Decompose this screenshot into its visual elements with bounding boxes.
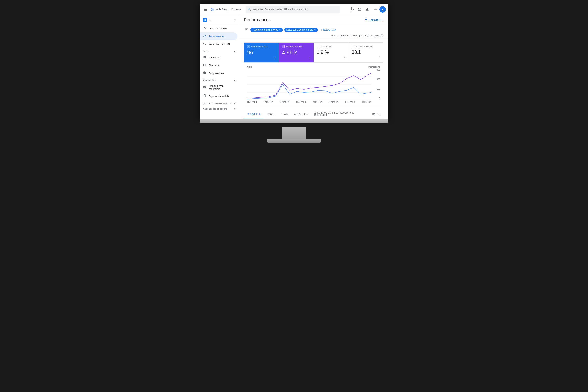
- apps-button[interactable]: [372, 6, 379, 13]
- search-icon: 🔍: [248, 8, 251, 11]
- sidebar-section-index: Index ∧: [200, 48, 239, 54]
- notifications-button[interactable]: [364, 6, 371, 13]
- index-chevron-icon[interactable]: ∧: [234, 50, 236, 53]
- sidebar-item-couverture[interactable]: Couverture: [200, 54, 237, 61]
- app-logo: G oogle Search Console: [210, 7, 241, 12]
- sidebar: C C... ▾ Vue d'ensemble Performances: [200, 15, 239, 119]
- search-bar: 🔍: [246, 6, 340, 13]
- new-filter-button[interactable]: + NOUVEAU: [319, 28, 337, 32]
- sidebar-item-sitemaps[interactable]: Sitemaps: [200, 61, 237, 69]
- update-help-icon[interactable]: ?: [381, 34, 384, 37]
- metric-help-ctr: ?: [317, 56, 345, 59]
- topbar: ☰ G oogle Search Console 🔍 ?: [200, 4, 388, 15]
- tab-appareils[interactable]: APPAREILS: [291, 110, 311, 118]
- sidebar-item-performances[interactable]: Performances: [200, 32, 237, 40]
- tab-bar: REQUÊTES PAGES PAYS APPAREILS APPARENCE …: [244, 110, 384, 119]
- x-label-5: 28/02/2021: [329, 101, 339, 103]
- screen: ☰ G oogle Search Console 🔍 ?: [200, 4, 388, 119]
- monitor-bezel: [200, 119, 388, 123]
- filter-chip-date[interactable]: Date: Les 3 derniers mois ✏: [284, 28, 318, 32]
- metric-card-position[interactable]: Position moyenne 38,1 ?: [348, 42, 383, 62]
- y-axis-300: 300: [377, 78, 380, 80]
- sidebar-section-anciens[interactable]: Anciens outils et rapports ∨: [200, 106, 239, 111]
- x-label-4: 24/02/2021: [312, 101, 322, 103]
- sidebar-item-ergonomie[interactable]: Ergonomie mobile: [200, 92, 237, 100]
- metric-help-position: ?: [352, 56, 380, 59]
- users-button[interactable]: [356, 6, 363, 13]
- logo-g: G: [210, 7, 214, 12]
- tab-pays[interactable]: PAYS: [278, 110, 291, 118]
- tab-pages[interactable]: PAGES: [264, 110, 278, 118]
- content-area: Performances EXPORTER Type de recherche:…: [239, 15, 388, 119]
- metric-checkbox-clics[interactable]: ✓: [247, 45, 250, 48]
- monitor-stand-top: [282, 127, 306, 139]
- user-avatar[interactable]: a: [380, 6, 386, 12]
- chip-edit-icon-0: ✏: [279, 28, 281, 31]
- chart-right-label: Impressions: [368, 66, 380, 68]
- x-label-3: 20/02/2021: [296, 101, 306, 103]
- y-axis-150: 150: [377, 88, 380, 90]
- sidebar-item-url-inspection[interactable]: Inspection de l'URL: [200, 40, 237, 48]
- x-label-7: 08/03/2021: [362, 101, 372, 103]
- filter-chip-search-type[interactable]: Type de recherche: Web ✏: [250, 28, 283, 32]
- help-button[interactable]: ?: [348, 6, 355, 13]
- metric-card-ctr[interactable]: CTR moyen 1,9 % ?: [314, 42, 349, 62]
- metric-checkbox-impressions[interactable]: ✓: [282, 45, 284, 48]
- metric-checkbox-ctr[interactable]: [317, 45, 320, 48]
- tab-dates[interactable]: DATES: [369, 110, 384, 118]
- sidebar-item-suppressions[interactable]: Suppressions: [200, 69, 237, 77]
- chip-edit-icon-1: ✏: [314, 28, 316, 31]
- sidebar-section-securite[interactable]: Sécurité et actions manuelles ∨: [200, 100, 239, 106]
- x-label-0: 08/02/2021: [247, 101, 257, 103]
- x-label-1: 12/02/2021: [264, 101, 273, 103]
- monitor-wrapper: ☰ G oogle Search Console 🔍 ?: [200, 4, 388, 143]
- monitor-stand-base: [266, 139, 322, 143]
- home-icon: [203, 26, 206, 30]
- anciens-chevron-icon[interactable]: ∨: [234, 107, 236, 110]
- sidebar-item-overview[interactable]: Vue d'ensemble: [200, 24, 237, 32]
- export-button[interactable]: EXPORTER: [364, 18, 384, 21]
- y-axis-450: 450: [377, 69, 380, 71]
- sidebar-label-sitemaps: Sitemaps: [208, 64, 219, 67]
- sidebar-label-signaux: Signaux Web essentiels: [208, 84, 234, 90]
- sidebar-item-signaux[interactable]: Signaux Web essentiels: [200, 82, 237, 92]
- metric-help-clics: ?: [247, 56, 276, 60]
- property-icon: C: [203, 18, 207, 22]
- x-label-2: 16/02/2021: [280, 101, 290, 103]
- tab-requetes[interactable]: REQUÊTES: [244, 110, 264, 118]
- property-chevron-icon: ▾: [234, 18, 236, 22]
- x-label-6: 04/03/2021: [345, 101, 355, 103]
- ameliorations-chevron-icon[interactable]: ∧: [234, 78, 236, 82]
- update-info: Date de la dernière mise à jour : il y a…: [331, 34, 384, 37]
- chart-area: Clics Impressions: [244, 62, 384, 106]
- search-nav-icon: [203, 42, 206, 46]
- filters-bar: Type de recherche: Web ✏ Date: Les 3 der…: [239, 25, 388, 39]
- y-axis-0: 0: [379, 97, 380, 99]
- search-input[interactable]: [246, 6, 340, 13]
- sidebar-label-suppressions: Suppressions: [208, 72, 224, 75]
- performances-icon: [203, 34, 206, 38]
- ergonomie-icon: [203, 94, 206, 98]
- metrics-row: ✓ Nombre total de c... 96 ? ✓ Nombre tot…: [244, 42, 384, 62]
- metric-card-impressions[interactable]: ✓ Nombre total d'im... 4,96 k ?: [279, 42, 314, 62]
- chart-left-label: Clics: [247, 66, 252, 68]
- metric-help-impressions: ?: [282, 56, 310, 60]
- sitemaps-icon: [203, 63, 206, 67]
- sidebar-label-ergonomie: Ergonomie mobile: [208, 95, 229, 98]
- property-name: C...: [208, 18, 233, 21]
- filter-icon[interactable]: [244, 27, 249, 33]
- chart-container: [247, 69, 372, 100]
- signaux-icon: [203, 86, 206, 90]
- sidebar-label-url: Inspection de l'URL: [208, 43, 230, 46]
- sidebar-section-ameliorations: Améliorations ∧: [200, 77, 239, 82]
- securite-chevron-icon[interactable]: ∨: [234, 102, 236, 105]
- property-selector[interactable]: C C... ▾: [200, 16, 239, 24]
- hamburger-icon[interactable]: ☰: [202, 6, 209, 13]
- couverture-icon: [203, 56, 206, 60]
- metric-checkbox-position[interactable]: [352, 45, 354, 48]
- metric-card-clics[interactable]: ✓ Nombre total de c... 96 ?: [244, 42, 279, 62]
- sidebar-label-couverture: Couverture: [208, 56, 221, 59]
- chart-svg: [247, 69, 372, 100]
- tab-apparence[interactable]: APPARENCE DANS LES RÉSULTATS DE RECHERCH…: [311, 110, 369, 119]
- main-layout: C C... ▾ Vue d'ensemble Performances: [200, 15, 388, 119]
